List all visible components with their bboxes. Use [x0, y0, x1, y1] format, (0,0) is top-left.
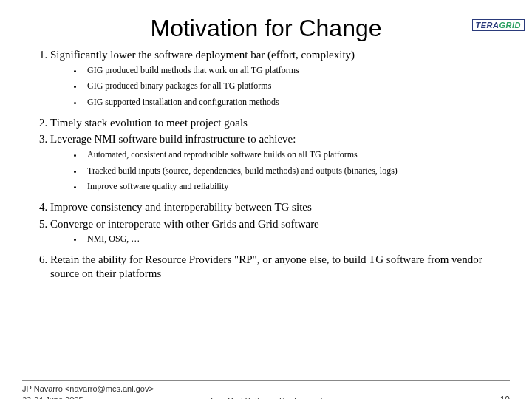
footer: JP Navarro <navarro@mcs.anl.gov> 23-24 J… [22, 380, 510, 399]
subpoint: GIG supported installation and configura… [83, 97, 510, 109]
sublist: GIG produced build methods that work on … [50, 65, 510, 109]
point-text: Converge or interoperate with other Grid… [50, 217, 510, 231]
slide-content: Significantly lower the software deploym… [0, 48, 532, 280]
footer-divider [22, 380, 510, 381]
point-2: Timely stack evolution to meet project g… [50, 116, 510, 130]
main-list: Significantly lower the software deploym… [30, 48, 510, 280]
point-1: Significantly lower the software deploym… [50, 48, 510, 109]
subpoint: Tracked build inputs (source, dependenci… [83, 166, 510, 177]
footer-center: Tera.Grid Software Deployment [22, 396, 510, 399]
subpoint: NMI, OSG, … [83, 233, 510, 245]
subpoint: GIG produced binary packages for all TG … [83, 81, 510, 92]
subpoint: Improve software quality and reliability [83, 181, 510, 193]
slide: TERAGRID Motivation for Change Significa… [0, 15, 532, 399]
subpoint: GIG produced build methods that work on … [83, 65, 510, 77]
subpoint: Automated, consistent and reproducible s… [83, 149, 510, 161]
point-text: Timely stack evolution to meet project g… [50, 116, 510, 130]
point-text: Improve consistency and interoperability… [50, 200, 510, 214]
point-text: Leverage NMI software build infrastructu… [50, 132, 510, 146]
point-4: Improve consistency and interoperability… [50, 200, 510, 214]
footer-author: JP Navarro <navarro@mcs.anl.gov> [22, 383, 154, 394]
sublist: NMI, OSG, … [50, 233, 510, 245]
point-text: Retain the ability for Resource Provider… [50, 253, 510, 281]
point-text: Significantly lower the software deploym… [50, 48, 510, 62]
slide-title: Motivation for Change [0, 15, 532, 42]
logo-part2: GRID [499, 21, 522, 30]
point-6: Retain the ability for Resource Provider… [50, 253, 510, 281]
point-5: Converge or interoperate with other Grid… [50, 217, 510, 245]
logo-part1: TERA [476, 21, 499, 30]
sublist: Automated, consistent and reproducible s… [50, 149, 510, 193]
point-3: Leverage NMI software build infrastructu… [50, 132, 510, 193]
teragrid-logo: TERAGRID [472, 19, 525, 31]
